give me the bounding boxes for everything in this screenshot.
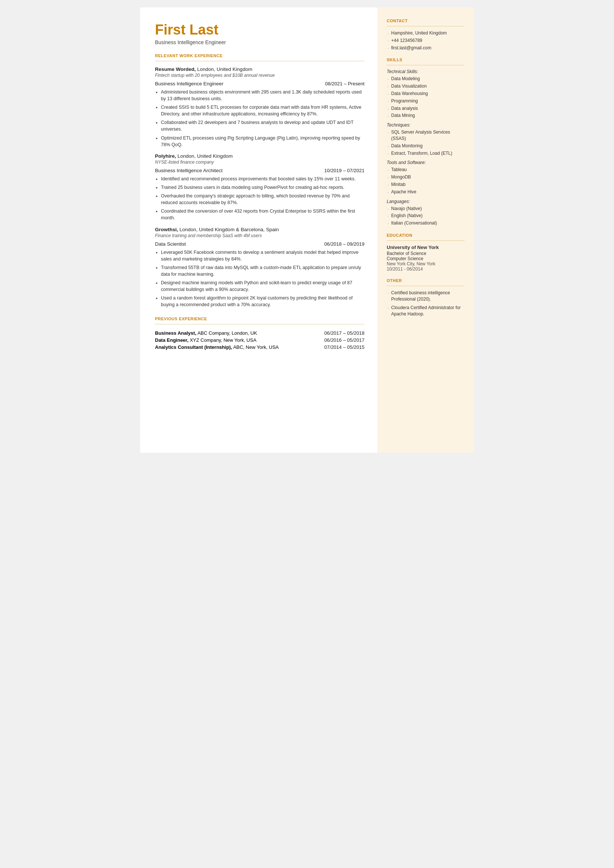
skills-divider: [387, 65, 465, 65]
company-1-name: Resume Worded,: [155, 67, 196, 72]
contact-item: first.last@gmail.com: [387, 45, 465, 51]
company-2-location: London, United Kingdom: [176, 153, 233, 159]
table-row: Business Analyst, ABC Company, London, U…: [155, 330, 364, 337]
job-1-bullets: Administered business objects environmen…: [155, 89, 364, 148]
role-3-dates: 06/2018 – 09/2019: [324, 241, 364, 247]
skill-item: Data analysis: [387, 106, 465, 112]
company-2-desc: NYSE-listed finance company: [155, 160, 364, 165]
skill-item: Data Warehousing: [387, 90, 465, 97]
skills-section: SKILLS Technical Skills: Data Modeling D…: [387, 58, 465, 226]
company-3-line: Growthsi, London, United Kingdom & Barce…: [155, 227, 364, 232]
tools-list: Tableau MongoDB Minitab Apache Hive: [387, 166, 465, 195]
other-section: OTHER Certified business intelligence Pr…: [387, 278, 465, 318]
skills-heading: SKILLS: [387, 58, 465, 62]
prev-job-title: Analytics Consultant (Internship), ABC, …: [155, 344, 281, 351]
bullet-item: Trained 25 business users in data modeli…: [155, 184, 364, 191]
other-item-2: Cloudera Certified Administrator for Apa…: [387, 305, 465, 318]
languages-label: Languages:: [387, 199, 465, 204]
skill-item: Data Modeling: [387, 76, 465, 82]
technical-skills-list: Data Modeling Data Visualization Data Wa…: [387, 76, 465, 119]
role-1-dates: 08/2021 – Present: [325, 81, 364, 87]
tools-label: Tools and Software:: [387, 160, 465, 165]
language-item: English (Native): [387, 213, 465, 219]
edu-degree: Bachelor of Science: [387, 251, 465, 256]
edu-field: Computer Science: [387, 256, 465, 261]
other-heading: OTHER: [387, 278, 465, 283]
relevant-work-heading: RELEVANT WORK EXPERIENCE: [155, 53, 364, 58]
bullet-item: Administered business objects environmen…: [155, 89, 364, 102]
previous-exp-divider: [155, 324, 364, 324]
skill-item: MongoDB: [387, 174, 465, 180]
role-2-title: Business Intelligence Architect: [155, 168, 222, 173]
other-item-1: Certified business intelligence Professi…: [387, 290, 465, 303]
contact-section: CONTACT Hampshire, United Kingdom +44 12…: [387, 19, 465, 51]
company-3-location: London, United Kingdom & Barcelona, Spai…: [178, 227, 279, 232]
contact-item: Hampshire, United Kingdom: [387, 30, 465, 36]
bullet-item: Leveraged 50K Facebook comments to devel…: [155, 249, 364, 262]
education-divider: [387, 241, 465, 241]
company-1-location: London, United Kingdom: [196, 67, 252, 72]
contact-heading: CONTACT: [387, 19, 465, 23]
previous-exp-table: Business Analyst, ABC Company, London, U…: [155, 330, 364, 351]
skill-item: Data Visualization: [387, 83, 465, 89]
company-2-name: Polyhire,: [155, 153, 176, 159]
contact-item: +44 123456789: [387, 37, 465, 44]
role-1-title: Business Intelligence Engineer: [155, 81, 223, 87]
bullet-item: Used a random forest algorithm to pinpoi…: [155, 295, 364, 308]
candidate-name: First Last: [155, 22, 364, 38]
company-2-line: Polyhire, London, United Kingdom: [155, 153, 364, 159]
edu-dates: 10/2011 - 06/2014: [387, 266, 465, 272]
relevant-work-divider: [155, 61, 364, 61]
bullet-item: Overhauled the company's strategic appro…: [155, 193, 364, 206]
other-divider: [387, 286, 465, 286]
role-2-row: Business Intelligence Architect 10/2019 …: [155, 168, 364, 173]
candidate-title: Business Intelligence Engineer: [155, 39, 364, 45]
company-1-desc: Fintech startup with 20 employees and $1…: [155, 73, 364, 78]
skill-item: Extract, Transform, Load (ETL): [387, 150, 465, 157]
skill-item: Data Mining: [387, 112, 465, 119]
languages-list: Navajo (Native) English (Native) Italian…: [387, 205, 465, 226]
table-row: Analytics Consultant (Internship), ABC, …: [155, 344, 364, 351]
role-3-row: Data Scientist 06/2018 – 09/2019: [155, 241, 364, 247]
prev-job-dates: 06/2016 – 05/2017: [281, 337, 364, 344]
previous-exp-heading: PREVIOUS EXPERIENCE: [155, 317, 364, 321]
prev-job-dates: 07/2014 – 05/2015: [281, 344, 364, 351]
skill-item: SQL Server Analysis Services (SSAS): [387, 129, 465, 142]
bullet-item: Collaborated with 22 developers and 7 bu…: [155, 119, 364, 132]
resume-container: First Last Business Intelligence Enginee…: [140, 8, 474, 453]
contact-divider: [387, 26, 465, 26]
role-3-title: Data Scientist: [155, 241, 186, 247]
job-2-bullets: Identified and recommended process impro…: [155, 176, 364, 222]
technical-skills-label: Technical Skills:: [387, 69, 465, 74]
company-3-desc: Finance training and membership SaaS wit…: [155, 233, 364, 238]
language-item: Navajo (Native): [387, 205, 465, 212]
skill-item: Minitab: [387, 182, 465, 188]
bullet-item: Created SSIS to build 5 ETL processes fo…: [155, 104, 364, 117]
contact-list: Hampshire, United Kingdom +44 123456789 …: [387, 30, 465, 51]
role-1-row: Business Intelligence Engineer 08/2021 –…: [155, 81, 364, 87]
table-row: Data Engineer, XYZ Company, New York, US…: [155, 337, 364, 344]
right-column: CONTACT Hampshire, United Kingdom +44 12…: [377, 8, 474, 453]
prev-job-title: Data Engineer, XYZ Company, New York, US…: [155, 337, 281, 344]
skill-item: Programming: [387, 98, 465, 104]
edu-location: New York City, New York: [387, 261, 465, 266]
prev-job-title: Business Analyst, ABC Company, London, U…: [155, 330, 281, 337]
education-section: EDUCATION University of New York Bachelo…: [387, 233, 465, 272]
company-3-name: Growthsi,: [155, 227, 178, 232]
bullet-item: Coordinated the conversion of over 432 r…: [155, 208, 364, 221]
skill-item: Apache Hive: [387, 189, 465, 195]
job-3-bullets: Leveraged 50K Facebook comments to devel…: [155, 249, 364, 308]
role-2-dates: 10/2019 – 07/2021: [324, 168, 364, 173]
prev-job-dates: 06/2017 – 05/2018: [281, 330, 364, 337]
company-1-line: Resume Worded, London, United Kingdom: [155, 67, 364, 72]
skill-item: Data Monitoring: [387, 143, 465, 149]
techniques-list: SQL Server Analysis Services (SSAS) Data…: [387, 129, 465, 156]
education-heading: EDUCATION: [387, 233, 465, 238]
bullet-item: Optimized ETL processes using Pig Script…: [155, 135, 364, 148]
techniques-label: Techniques:: [387, 123, 465, 128]
edu-school: University of New York: [387, 244, 465, 250]
bullet-item: Identified and recommended process impro…: [155, 176, 364, 182]
language-item: Italian (Conversational): [387, 220, 465, 226]
skill-item: Tableau: [387, 166, 465, 173]
left-column: First Last Business Intelligence Enginee…: [140, 8, 377, 453]
